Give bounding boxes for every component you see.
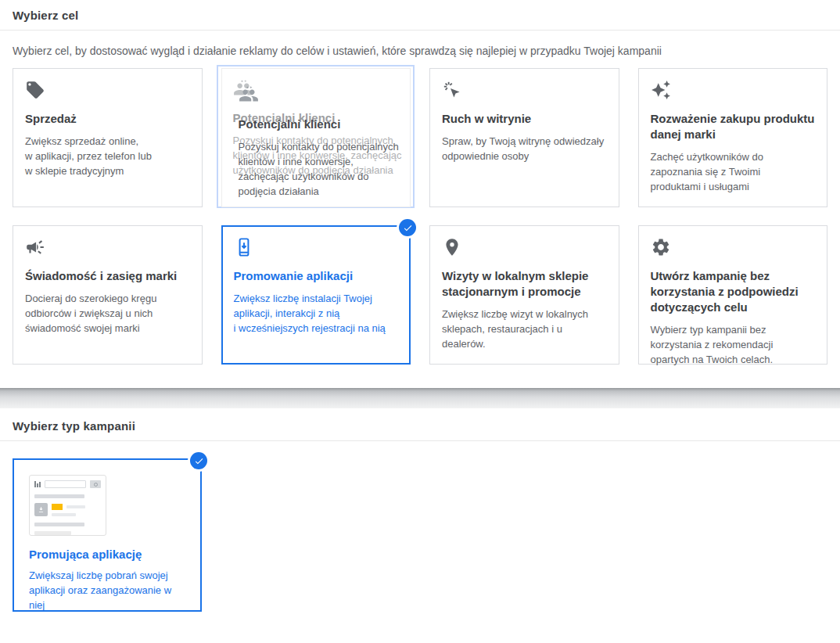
selected-check-icon [399,219,416,236]
goal-card-description: Pozyskuj kontakty do potencjalnych klien… [239,139,404,199]
campaign-type-card-title: Promująca aplikację [29,548,185,561]
thumbnail-text-bar [34,523,84,526]
megaphone-icon [25,237,190,258]
goal-card-title: Wizyty w lokalnym sklepie stacjonarnym i… [442,268,607,300]
goal-card-description: Zachęć użytkowników do zapoznania się z … [651,149,816,194]
thumbnail-gray-line [66,505,85,508]
goal-card-title: Promowanie aplikacji [234,268,399,284]
goal-card-description: Zwiększ liczbę instalacji Twojej aplikac… [234,291,399,336]
goal-section-header: Wybierz cel [0,0,840,31]
campaign-type-card-promujaca-aplikacje[interactable]: Promująca aplikację Zwiększaj liczbę pob… [13,458,202,612]
thumbnail-search-box [45,480,86,488]
thumbnail-browser-header [34,480,101,488]
thumbnail-ad-badge [52,504,63,510]
app-ad-preview-thumbnail [29,475,106,536]
section-separator [0,388,840,408]
goal-card-title: Świadomość i zasięg marki [25,268,190,284]
sparkles-icon [651,80,816,101]
thumbnail-logo-icon [34,481,41,487]
goal-card-swiadomosc-marki[interactable]: Świadomość i zasięg marki Docieraj do sz… [13,225,203,365]
goal-card-title: Potencjalni klienci [239,117,405,132]
thumbnail-ad-row [34,503,101,516]
thumbnail-text-bar [34,531,71,535]
campaign-type-header: Wybierz typ kampanii [0,408,840,441]
goal-card-description: Zwiększ liczbę wizyt w lokalnych sklepac… [442,307,607,351]
goal-card-bez-celu[interactable]: Utwórz kampanię bez korzystania z podpow… [638,225,828,365]
campaign-type-title: Wybierz typ kampanii [13,419,827,433]
thumbnail-download-icon [34,503,48,516]
goal-card-description: Wybierz typ kampanii bez korzystania z r… [651,322,816,367]
goal-card-title: Utwórz kampanię bez korzystania z podpow… [651,268,816,315]
thumbnail-ad-lines [52,503,85,516]
goal-card-wizyty-lokalne[interactable]: Wizyty w lokalnym sklepie stacjonarnym i… [429,225,619,365]
app-download-phone-icon [234,237,399,258]
solid-text-layer: Potencjalni klienci Pozyskuj kontakty do… [227,74,417,210]
page-bottom-spacer [0,612,840,633]
goal-card-description: Zwiększ sprzedaż online, w aplikacji, pr… [25,134,190,178]
goal-selection-panel: Wybierz cel Wybierz cel, by dostosować w… [0,0,840,388]
goal-card-sprzedaz[interactable]: Sprzedaż Zwiększ sprzedaż online, w apli… [13,68,203,207]
goal-card-title: Ruch w witrynie [442,111,607,127]
goal-section-title: Wybierz cel [13,9,827,22]
goal-card-title: Sprzedaż [25,111,190,127]
thumbnail-gray-line [52,513,76,516]
goal-card-description: Spraw, by Twoją witrynę odwiedzały odpow… [442,134,607,163]
goal-card-ruch-w-witrynie[interactable]: Ruch w witrynie Spraw, by Twoją witrynę … [429,68,619,207]
leads-people-icon [239,85,405,106]
gear-icon [651,237,816,258]
location-pin-icon [442,237,607,258]
goal-card-description: Docieraj do szerokiego kręgu odbiorców i… [25,291,190,336]
campaign-type-card-description: Zwiększaj liczbę pobrań swojej aplikacji… [29,568,185,612]
click-cursor-icon [442,80,607,101]
tag-icon [25,80,190,101]
thumbnail-search-button-icon [90,480,101,488]
thumbnail-text-bar [34,494,84,498]
goal-card-title: Rozważenie zakupu produktu danej marki [651,111,816,142]
goal-card-potencjalni-klienci[interactable]: Potencjalni klienci Pozyskuj kontakty do… [221,68,411,207]
goal-card-grid: Sprzedaż Zwiększ sprzedaż online, w apli… [0,68,840,365]
goal-card-promowanie-aplikacji[interactable]: Promowanie aplikacji Zwiększ liczbę inst… [221,225,411,365]
campaign-type-panel: Wybierz typ kampanii [0,408,840,633]
panel-bottom-spacer [0,365,840,388]
goal-section-subtitle: Wybierz cel, by dostosować wygląd i dzia… [13,45,827,57]
goal-card-rozwazenie-zakupu[interactable]: Rozważenie zakupu produktu danej marki Z… [638,68,828,207]
selected-check-icon [190,452,207,469]
